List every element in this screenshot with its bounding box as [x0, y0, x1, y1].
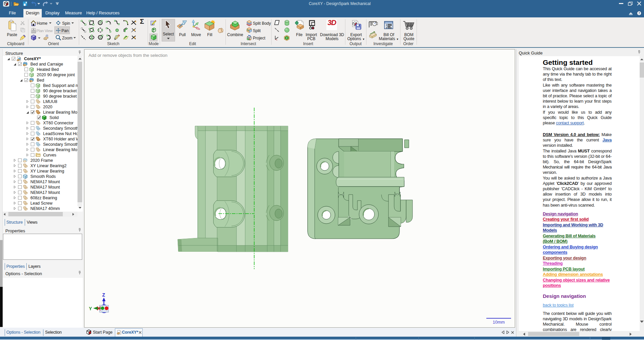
- svg-text:1: 1: [386, 24, 387, 26]
- svg-text:?: ?: [638, 11, 640, 15]
- svg-text:2: 2: [386, 26, 387, 29]
- svg-text:Z: Z: [102, 292, 105, 298]
- svg-text:10mm: 10mm: [493, 320, 505, 325]
- svg-text:Y: Y: [89, 306, 92, 311]
